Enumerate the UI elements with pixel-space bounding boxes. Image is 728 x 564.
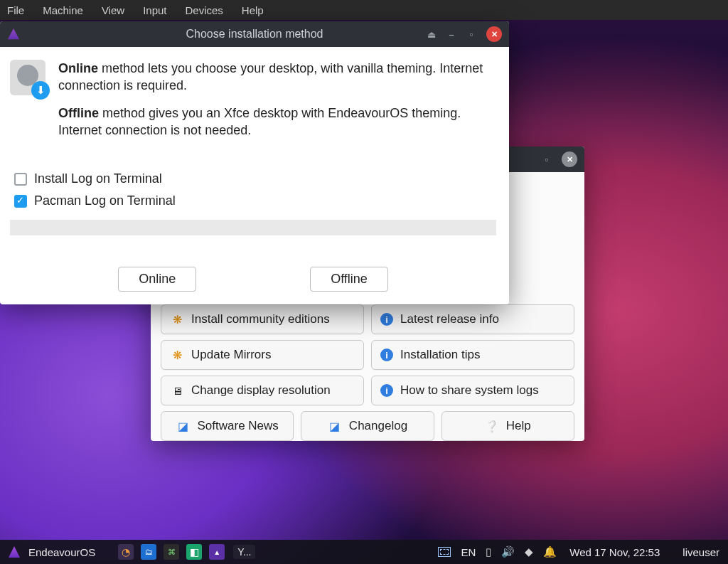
welcome-btn-logs[interactable]: How to share system logs: [371, 376, 574, 405]
progress-bar: [10, 220, 496, 235]
welcome-btn-changelog[interactable]: Changelog: [301, 411, 434, 441]
battery-icon[interactable]: ▯: [486, 546, 491, 558]
welcome-btn-display[interactable]: Change display resolution: [161, 376, 364, 405]
info-icon: [380, 313, 393, 326]
checkbox-icon: [14, 195, 27, 208]
vbox-menu-help[interactable]: Help: [242, 4, 264, 16]
vbox-menu-bar: File Machine View Input Devices Help: [0, 0, 728, 20]
keyboard-icon[interactable]: [438, 547, 451, 557]
installer-titlebar: Choose installation method: [0, 21, 509, 47]
maximize-icon[interactable]: [542, 154, 552, 164]
endeavouros-icon: [7, 28, 20, 41]
welcome-btn-tips[interactable]: Installation tips: [371, 340, 574, 370]
info-icon: [380, 348, 393, 361]
welcome-btn-news[interactable]: Software News: [161, 411, 294, 441]
taskbar-user[interactable]: liveuser: [682, 546, 719, 558]
welcome-btn-help[interactable]: Help: [441, 411, 574, 441]
taskbar-app-dashboard[interactable]: [186, 544, 202, 560]
vbox-menu-view[interactable]: View: [102, 4, 124, 16]
taskbar-task[interactable]: Y...: [233, 545, 255, 559]
vbox-menu-input[interactable]: Input: [143, 4, 166, 16]
taskbar: EndeavourOS Y... EN ▯ 🔊 ◆ 🔔 Wed 17 Nov, …: [0, 540, 728, 564]
online-button[interactable]: Online: [118, 267, 196, 292]
installer-title: Choose installation method: [186, 28, 323, 41]
close-icon[interactable]: [486, 26, 502, 42]
installer-dialog: Choose installation method Online method…: [0, 21, 509, 304]
taskbar-clock[interactable]: Wed 17 Nov, 22:53: [569, 546, 660, 558]
welcome-btn-label: Installation tips: [400, 348, 480, 362]
news-icon: [328, 419, 342, 433]
welcome-btn-label: Change display resolution: [191, 383, 331, 398]
checkbox-icon: [14, 173, 27, 186]
vbox-menu-devices[interactable]: Devices: [186, 4, 223, 16]
info-icon: [380, 384, 393, 397]
close-icon[interactable]: [562, 151, 577, 167]
checkbox-install-log[interactable]: Install Log on Terminal: [14, 171, 496, 186]
download-badge-icon: [31, 81, 50, 100]
vbox-menu-file[interactable]: File: [7, 4, 24, 16]
taskbar-distro-label[interactable]: EndeavourOS: [28, 546, 95, 558]
welcome-btn-label: Help: [506, 419, 531, 433]
minimize-icon[interactable]: [446, 29, 456, 39]
gear-icon: [170, 348, 184, 362]
help-icon: [485, 419, 499, 433]
eject-icon[interactable]: [427, 29, 437, 39]
checkbox-pacman-log[interactable]: Pacman Log on Terminal: [14, 193, 496, 208]
welcome-btn-label: Latest release info: [400, 312, 499, 326]
endeavouros-logo-icon[interactable]: [9, 546, 20, 558]
network-icon[interactable]: ◆: [525, 546, 533, 558]
welcome-btn-label: How to share system logs: [400, 383, 539, 398]
offline-button[interactable]: Offline: [310, 267, 388, 292]
welcome-btn-release[interactable]: Latest release info: [371, 304, 574, 334]
welcome-btn-label: Install community editions: [191, 312, 330, 326]
checkbox-label: Pacman Log on Terminal: [34, 193, 176, 208]
taskbar-app-files[interactable]: [141, 544, 156, 560]
download-icon: [10, 60, 46, 95]
vbox-menu-machine[interactable]: Machine: [43, 4, 83, 16]
welcome-btn-label: Software News: [198, 419, 279, 433]
taskbar-app-installer[interactable]: [209, 544, 225, 560]
notifications-icon[interactable]: 🔔: [543, 546, 557, 558]
news-icon: [176, 419, 191, 433]
welcome-btn-label: Changelog: [349, 419, 407, 433]
volume-icon[interactable]: 🔊: [501, 546, 515, 558]
installer-description: Online method lets you choose your deskt…: [58, 60, 496, 149]
maximize-icon[interactable]: [466, 29, 476, 39]
taskbar-app-firefox[interactable]: [118, 544, 134, 560]
checkbox-label: Install Log on Terminal: [34, 171, 162, 186]
gear-icon: [170, 312, 184, 326]
welcome-btn-community[interactable]: Install community editions: [161, 304, 364, 334]
monitor-icon: [170, 383, 184, 398]
taskbar-app-terminal[interactable]: [164, 544, 179, 560]
welcome-btn-mirrors[interactable]: Update Mirrors: [161, 340, 364, 370]
taskbar-lang[interactable]: EN: [461, 546, 476, 558]
welcome-btn-label: Update Mirrors: [191, 348, 271, 362]
